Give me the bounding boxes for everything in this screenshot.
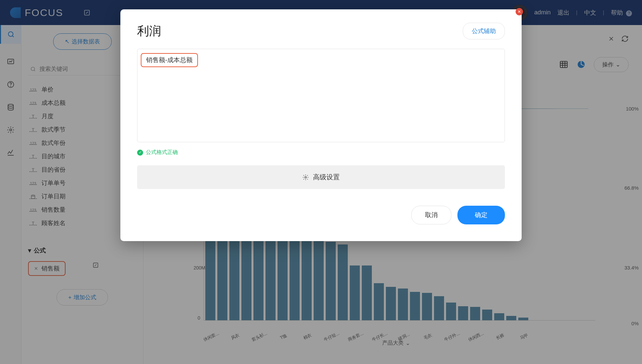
- cancel-button[interactable]: 取消: [411, 206, 451, 224]
- check-icon: ✓: [137, 150, 143, 156]
- confirm-button[interactable]: 确定: [457, 206, 505, 224]
- modal-title: 利润: [137, 23, 161, 39]
- advanced-settings-button[interactable]: 高级设置: [137, 165, 505, 189]
- svg-point-12: [305, 176, 307, 178]
- gear-icon: [302, 174, 309, 181]
- close-modal-icon[interactable]: ✕: [516, 8, 523, 15]
- formula-assist-button[interactable]: 公式辅助: [463, 23, 505, 39]
- formula-modal: ✕ 利润 公式辅助 销售额-成本总额 ✓ 公式格式正确 高级设置 取消 确定: [120, 9, 522, 241]
- formula-expression: 销售额-成本总额: [141, 53, 198, 67]
- formula-status: ✓ 公式格式正确: [137, 149, 505, 156]
- formula-editor[interactable]: 销售额-成本总额: [137, 49, 505, 142]
